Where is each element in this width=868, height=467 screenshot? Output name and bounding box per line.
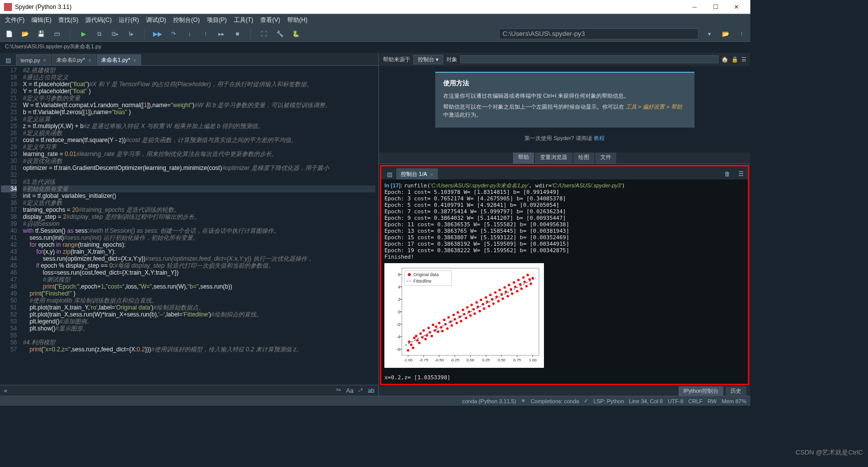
close-icon[interactable]: × [88,57,91,63]
maximize-button[interactable]: ☐ [705,1,725,13]
menu-item[interactable]: 查看(V) [257,15,283,25]
preferences-icon[interactable]: 🔧 [275,29,285,39]
editor-tab[interactable]: 未命名1.py*× [97,54,141,65]
svg-point-64 [456,322,458,324]
font-icon[interactable]: Aa [346,387,353,394]
scroll-left-icon[interactable]: « [4,387,7,394]
status-mem: Mem 87% [721,398,746,404]
continue-icon[interactable]: ▸▸ [216,29,226,39]
dropdown-icon[interactable]: ▾ [704,29,714,39]
footer-tab[interactable]: IPython控制台 [679,386,723,396]
run-icon[interactable]: ▶ [78,29,88,39]
browse-dir-icon[interactable]: 📂 [720,29,730,39]
help-bottom-tab[interactable]: 文件 [595,153,616,163]
step-out-icon[interactable]: ↑ [200,29,210,39]
menu-item[interactable]: 文件(F) [2,15,27,25]
stop-debug-icon[interactable]: ■ [232,29,242,39]
svg-text:2: 2 [398,297,400,302]
app-icon [4,3,12,11]
svg-text:-6: -6 [396,347,400,352]
tutorial-link[interactable]: 教程 [594,135,605,141]
svg-point-61 [451,324,453,327]
close-icon[interactable]: × [43,57,46,63]
svg-point-116 [408,273,411,276]
svg-point-79 [479,310,481,312]
console-output[interactable]: In [17]: runfile('C:/Users/ASUS/.spyder-… [381,179,748,384]
menu-item[interactable]: 项目(P) [204,15,230,25]
menu-item[interactable]: 调试(D) [143,15,170,25]
minimize-button[interactable]: ─ [685,1,704,13]
lock-icon[interactable]: 🔒 [731,56,738,63]
save-all-icon[interactable]: 🗃 [52,29,62,39]
menu-item[interactable]: 控制台(O) [170,15,202,25]
help-bottom-tab[interactable]: 绘图 [573,153,594,163]
step-into-icon[interactable]: ↓ [184,29,194,39]
svg-point-73 [469,314,472,317]
new-file-icon[interactable]: 📄 [4,29,14,39]
menu-item[interactable]: 工具(T) [231,15,256,25]
help-bottom-tab[interactable]: 帮助 [513,153,534,163]
status-position: Line 34, Col 8 [629,398,663,404]
svg-point-51 [435,325,437,328]
svg-point-100 [511,293,514,295]
svg-text:0.50: 0.50 [498,358,506,362]
close-icon[interactable]: × [133,57,136,63]
editor-tab[interactable]: temp.py× [16,54,51,65]
status-env: conda (Python 3.11.5) [462,398,516,404]
menu-item[interactable]: 查找(S) [55,15,81,25]
svg-text:Fittedline: Fittedline [413,279,432,284]
menu-icon[interactable]: ☰ [741,56,746,63]
svg-text:6: 6 [398,272,400,277]
close-icon[interactable]: × [430,171,433,177]
svg-point-89 [494,291,497,294]
console-tab[interactable]: 控制台 1/A × [396,168,438,179]
svg-point-45 [426,334,428,337]
svg-point-92 [499,289,501,291]
svg-point-65 [457,311,459,313]
editor-tabs: ▤ temp.py×未命名0.py*×未命名1.py*× [0,53,378,66]
run-cell-icon[interactable]: ⧉ [94,29,104,39]
svg-point-90 [496,296,498,298]
svg-point-106 [521,288,523,290]
open-folder-icon[interactable]: 📂 [20,29,30,39]
svg-point-95 [504,286,506,289]
svg-point-34 [408,340,411,343]
parent-dir-icon[interactable]: ↑ [736,29,746,39]
console-tab-list-icon[interactable]: ▤ [384,169,394,179]
working-dir-input[interactable] [499,28,698,39]
trash-icon[interactable]: 🗑 [720,168,734,179]
close-button[interactable]: ✕ [726,1,746,13]
run-selection-icon[interactable]: I▸ [126,29,136,39]
help-p1: 在这里你可以通过在编辑器或者终端中按 Ctrl+I 来获得任何对象的帮助信息。 [443,92,687,100]
console-pane: ▤ 控制台 1/A × 🗑 ☰ In [17]: runfile('C:/Use… [380,165,749,385]
python-path-icon[interactable]: 🐍 [291,29,301,39]
menu-item[interactable]: 运行(R) [116,15,142,25]
menu-item[interactable]: 编辑(E) [28,15,54,25]
console-menu-icon[interactable]: ☰ [734,168,748,179]
regex-icon[interactable]: -* [358,387,363,394]
svg-text:0: 0 [398,310,400,314]
run-cell-advance-icon[interactable]: ⧉▸ [110,29,120,39]
svg-point-98 [508,284,511,286]
save-icon[interactable]: 💾 [36,29,46,39]
footer-tab[interactable]: 历史 [725,386,746,396]
case-icon[interactable]: ᴬᵃ [336,387,341,394]
help-source-combo[interactable]: 控制台 ▾ [413,55,443,64]
step-over-icon[interactable]: ↷ [169,29,178,39]
svg-point-37 [413,337,416,339]
tab-list-icon[interactable]: ▤ [3,55,13,65]
menu-item[interactable]: 源代码(C) [82,15,115,25]
home-icon[interactable]: 🏠 [721,56,728,63]
max-pane-icon[interactable]: ⛶ [259,29,269,39]
svg-point-107 [522,276,524,279]
menu-item[interactable]: 帮助(H) [284,15,311,25]
svg-point-40 [418,342,421,344]
help-bottom-tab[interactable]: 变量浏览器 [535,153,572,163]
editor-tab[interactable]: 未命名0.py*× [52,54,96,65]
code-editor[interactable]: 1718192021222324252627282930313233343536… [0,66,378,385]
word-icon[interactable]: ab [368,387,374,394]
svg-point-103 [516,290,519,293]
help-object-input[interactable] [460,55,718,63]
debug-icon[interactable]: ▶▶ [153,29,163,39]
breadcrumb: C:\Users\ASUS\.spyder-py3\未命名1.py [0,42,750,53]
